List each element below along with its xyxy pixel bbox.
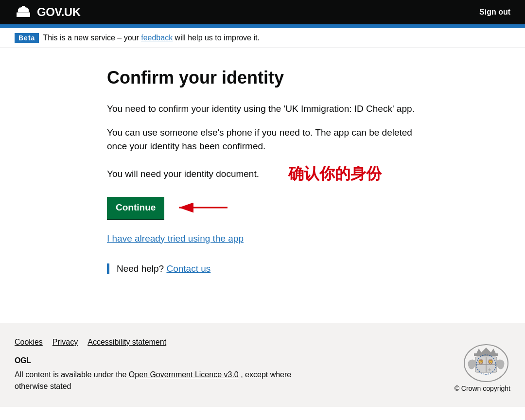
gov-uk-logo-text: GOV.UK (37, 5, 80, 19)
svg-point-1 (19, 8, 21, 10)
svg-text:🦁: 🦁 (488, 359, 494, 365)
paragraph-3: You will need your identity document. (107, 167, 259, 181)
footer-accessibility-link[interactable]: Accessibility statement (88, 338, 166, 347)
main-content: Confirm your identity You need to confir… (92, 48, 433, 323)
footer-privacy-link[interactable]: Privacy (52, 338, 78, 347)
ogl-link[interactable]: Open Government Licence v3.0 (129, 370, 239, 379)
crown-copyright: © Crown copyright (455, 385, 510, 392)
contact-us-link[interactable]: Contact us (166, 263, 210, 274)
footer-left: Cookies Privacy Accessibility statement … (15, 338, 455, 392)
beta-tag: Beta (15, 33, 39, 43)
button-row: Continue (107, 197, 418, 219)
svg-rect-8 (474, 353, 498, 356)
svg-text:🦁: 🦁 (478, 359, 484, 365)
footer-bottom: Cookies Privacy Accessibility statement … (15, 338, 510, 392)
beta-banner: Beta This is a new service – your feedba… (0, 28, 525, 48)
svg-rect-0 (17, 12, 30, 17)
chinese-annotation: 确认你的身份 (288, 163, 382, 185)
paragraph-2: You can use someone else's phone if you … (107, 126, 418, 154)
footer-license-text: All content is available under the Open … (15, 369, 297, 392)
ogl-logo: OGL (15, 356, 455, 365)
beta-banner-text: This is a new service – your feedback wi… (43, 34, 260, 42)
page-title: Confirm your identity (107, 68, 418, 88)
svg-text:⚜: ⚜ (488, 368, 491, 372)
gov-uk-logo-link[interactable]: GOV.UK (15, 5, 80, 19)
svg-point-3 (26, 8, 28, 10)
already-tried-link[interactable]: I have already tried using the app (107, 233, 418, 244)
site-header: GOV.UK Sign out (0, 0, 525, 24)
red-arrow-icon (174, 200, 232, 215)
site-footer: Cookies Privacy Accessibility statement … (0, 323, 525, 407)
help-text: Need help? Contact us (117, 263, 418, 274)
paragraph-3-row: You will need your identity document. 确认… (107, 163, 418, 185)
feedback-link[interactable]: feedback (141, 34, 173, 42)
footer-right: 🦁 🦁 ♪ ⚜ © Crown copyright (455, 344, 510, 392)
royal-arms-icon: 🦁 🦁 ♪ ⚜ (462, 344, 510, 383)
footer-nav: Cookies Privacy Accessibility statement (15, 338, 455, 347)
svg-rect-4 (22, 6, 25, 7)
sign-out-link[interactable]: Sign out (479, 8, 510, 17)
help-box: Need help? Contact us (107, 263, 418, 274)
blue-progress-bar (0, 24, 525, 28)
footer-cookies-link[interactable]: Cookies (15, 338, 43, 347)
paragraph-1: You need to confirm your identity using … (107, 102, 418, 116)
continue-button[interactable]: Continue (107, 197, 164, 219)
crown-icon (15, 5, 32, 19)
